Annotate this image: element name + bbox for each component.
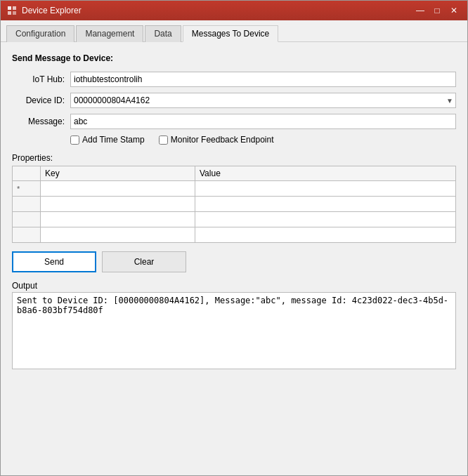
iot-hub-label: IoT Hub: bbox=[12, 74, 65, 84]
iot-hub-group: IoT Hub: bbox=[12, 72, 456, 87]
device-id-select[interactable]: 00000000804A4162 bbox=[70, 93, 456, 108]
key-cell[interactable] bbox=[41, 181, 195, 197]
window-title: Device Explorer bbox=[22, 6, 82, 15]
tab-bar: Configuration Management Data Messages T… bbox=[1, 20, 467, 42]
close-button[interactable]: ✕ bbox=[446, 4, 462, 17]
device-id-select-wrapper: 00000000804A4162 ▼ bbox=[70, 93, 456, 108]
title-bar-controls: — □ ✕ bbox=[412, 4, 462, 17]
empty-row-2 bbox=[13, 212, 456, 227]
add-timestamp-checkbox[interactable] bbox=[70, 135, 79, 145]
maximize-button[interactable]: □ bbox=[429, 4, 445, 17]
empty-row-1 bbox=[13, 197, 456, 212]
tab-management[interactable]: Management bbox=[76, 25, 143, 42]
value-cell[interactable] bbox=[195, 181, 456, 197]
table-row: * bbox=[13, 181, 456, 197]
monitor-feedback-checkbox[interactable] bbox=[159, 135, 168, 145]
svg-rect-2 bbox=[8, 11, 11, 15]
clear-button[interactable]: Clear bbox=[102, 251, 186, 272]
app-icon bbox=[6, 5, 18, 16]
message-input[interactable] bbox=[70, 114, 456, 129]
send-button[interactable]: Send bbox=[12, 251, 96, 272]
col-header-key: Key bbox=[41, 166, 195, 181]
col-header-rownum bbox=[13, 166, 41, 181]
title-bar-left: Device Explorer bbox=[6, 5, 82, 16]
col-header-value: Value bbox=[195, 166, 456, 181]
tab-messages-to-device[interactable]: Messages To Device bbox=[183, 25, 279, 42]
empty-row-3 bbox=[13, 227, 456, 243]
monitor-feedback-checkbox-item[interactable]: Monitor Feedback Endpoint bbox=[159, 135, 274, 145]
add-timestamp-label: Add Time Stamp bbox=[82, 135, 145, 145]
svg-rect-1 bbox=[13, 6, 16, 10]
properties-section: Properties: Key Value * bbox=[12, 153, 456, 243]
output-section: Output bbox=[12, 281, 456, 371]
button-row: Send Clear bbox=[12, 251, 456, 272]
section-label: Send Message to Device: bbox=[12, 53, 456, 63]
row-num-asterisk: * bbox=[13, 181, 41, 197]
monitor-feedback-label: Monitor Feedback Endpoint bbox=[171, 135, 274, 145]
device-id-label: Device ID: bbox=[12, 95, 65, 105]
output-label: Output bbox=[12, 281, 456, 291]
properties-label: Properties: bbox=[12, 153, 456, 163]
tab-data[interactable]: Data bbox=[145, 25, 181, 42]
message-label: Message: bbox=[12, 117, 65, 126]
device-id-group: Device ID: 00000000804A4162 ▼ bbox=[12, 93, 456, 108]
iot-hub-input[interactable] bbox=[70, 72, 456, 87]
checkbox-row: Add Time Stamp Monitor Feedback Endpoint bbox=[70, 135, 456, 145]
main-window: Device Explorer — □ ✕ Configuration Mana… bbox=[0, 0, 468, 476]
content-area: Send Message to Device: IoT Hub: Device … bbox=[1, 42, 467, 475]
add-timestamp-checkbox-item[interactable]: Add Time Stamp bbox=[70, 135, 145, 145]
properties-table: Key Value * bbox=[12, 166, 456, 243]
tab-configuration[interactable]: Configuration bbox=[6, 25, 74, 42]
output-textarea[interactable] bbox=[12, 292, 456, 369]
svg-rect-0 bbox=[8, 6, 11, 10]
title-bar: Device Explorer — □ ✕ bbox=[1, 1, 467, 20]
message-group: Message: bbox=[12, 114, 456, 129]
minimize-button[interactable]: — bbox=[412, 4, 428, 17]
svg-rect-3 bbox=[13, 11, 16, 15]
